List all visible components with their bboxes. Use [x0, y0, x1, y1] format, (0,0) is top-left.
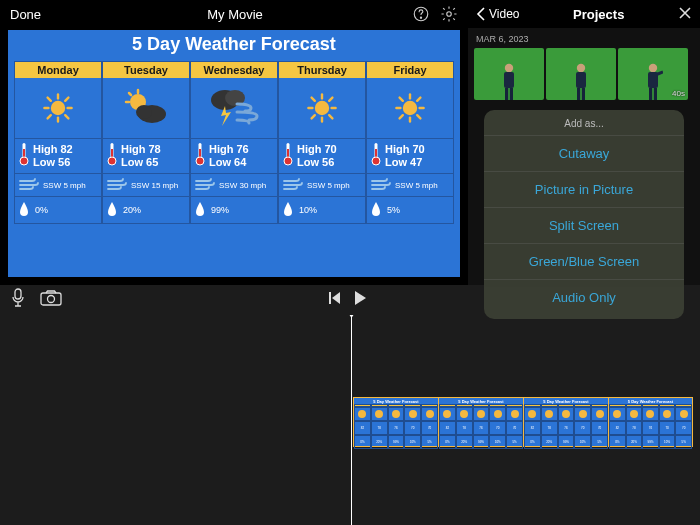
- svg-rect-74: [329, 292, 331, 304]
- add-option[interactable]: Cutaway: [484, 135, 684, 171]
- temp-text: High 78Low 65: [121, 143, 161, 168]
- svg-rect-59: [504, 72, 514, 88]
- add-option[interactable]: Split Screen: [484, 207, 684, 243]
- wind-text: SSW 5 mph: [43, 181, 86, 190]
- svg-rect-61: [510, 88, 513, 100]
- media-thumb[interactable]: [546, 48, 616, 100]
- playhead[interactable]: [351, 315, 352, 525]
- weather-icon: [279, 78, 365, 138]
- svg-rect-71: [15, 289, 21, 299]
- svg-point-83: [494, 410, 502, 418]
- wind-icon: [195, 177, 215, 193]
- precip-text: 20%: [123, 205, 141, 215]
- thermometer-icon: [371, 142, 381, 170]
- add-option[interactable]: Green/Blue Screen: [484, 243, 684, 279]
- day-column: Wednesday High 76Low 64 SSW 30 mph 99%: [190, 61, 278, 224]
- day-name: Thursday: [279, 62, 365, 78]
- drop-icon: [283, 202, 293, 218]
- day-name: Tuesday: [103, 62, 189, 78]
- drop-icon: [371, 202, 381, 218]
- svg-line-19: [129, 93, 131, 95]
- wind-icon: [371, 177, 391, 193]
- camera-icon[interactable]: [40, 290, 62, 310]
- thermometer-icon: [283, 142, 293, 170]
- svg-rect-64: [577, 88, 580, 100]
- temp-text: High 76Low 64: [209, 143, 249, 168]
- svg-rect-60: [505, 88, 508, 100]
- drop-icon: [107, 202, 117, 218]
- svg-rect-68: [648, 72, 658, 88]
- media-thumb[interactable]: 40s: [618, 48, 688, 100]
- svg-point-76: [375, 410, 383, 418]
- svg-point-58: [505, 64, 513, 72]
- weather-icon: [191, 78, 277, 138]
- timeline-clip[interactable]: 5 Day Weather Forecast82787670700%20%99%…: [608, 397, 693, 447]
- svg-line-11: [65, 98, 68, 101]
- chevron-left-icon: [476, 7, 486, 21]
- mic-icon[interactable]: [10, 288, 26, 312]
- popup-title: Add as...: [484, 118, 684, 135]
- timeline-clip[interactable]: 5 Day Weather Forecast82787670700%20%99%…: [438, 397, 523, 447]
- add-option[interactable]: Picture in Picture: [484, 171, 684, 207]
- svg-point-89: [596, 410, 604, 418]
- svg-point-3: [51, 101, 65, 115]
- svg-point-88: [579, 410, 587, 418]
- drop-icon: [19, 202, 29, 218]
- prev-icon[interactable]: [328, 291, 342, 309]
- precip-text: 10%: [299, 205, 317, 215]
- day-column: Friday High 70Low 47 SSW 5 mph 5%: [366, 61, 454, 224]
- back-button[interactable]: Video: [476, 7, 519, 21]
- editor-header: Done My Movie: [0, 0, 468, 28]
- media-thumb[interactable]: [474, 48, 544, 100]
- weather-icon: [15, 78, 101, 138]
- temp-text: High 70Low 47: [385, 143, 425, 168]
- thermometer-icon: [19, 142, 29, 170]
- svg-point-67: [649, 64, 657, 72]
- svg-point-87: [562, 410, 570, 418]
- svg-point-75: [358, 410, 366, 418]
- svg-line-37: [312, 98, 315, 101]
- svg-line-8: [48, 98, 51, 101]
- date-header: MAR 6, 2023: [468, 28, 700, 48]
- forecast-title: 5 Day Weather Forecast: [8, 30, 460, 61]
- media-thumbnails: 40s: [468, 48, 700, 100]
- svg-line-53: [417, 98, 420, 101]
- temp-text: High 70Low 56: [297, 143, 337, 168]
- svg-point-94: [680, 410, 688, 418]
- wind-text: SSW 5 mph: [395, 181, 438, 190]
- day-column: Thursday High 70Low 56 SSW 5 mph 10%: [278, 61, 366, 224]
- svg-rect-63: [576, 72, 586, 88]
- svg-point-91: [630, 410, 638, 418]
- day-name: Monday: [15, 62, 101, 78]
- drop-icon: [195, 202, 205, 218]
- timeline-clip[interactable]: 5 Day Weather Forecast82787670700%20%99%…: [523, 397, 608, 447]
- wind-icon: [283, 177, 303, 193]
- svg-point-32: [315, 101, 329, 115]
- timeline[interactable]: 5 Day Weather Forecast82787670700%20%99%…: [0, 315, 700, 525]
- svg-line-38: [329, 115, 332, 118]
- svg-point-21: [136, 105, 152, 119]
- project-title: My Movie: [0, 7, 470, 22]
- svg-point-82: [477, 410, 485, 418]
- weather-icon: [367, 78, 453, 138]
- temp-text: High 82Low 56: [33, 143, 73, 168]
- svg-line-51: [417, 115, 420, 118]
- svg-line-9: [65, 115, 68, 118]
- close-icon[interactable]: [678, 6, 692, 23]
- svg-line-10: [48, 115, 51, 118]
- clip-duration: 40s: [672, 89, 685, 98]
- svg-rect-70: [654, 88, 657, 100]
- wind-icon: [107, 177, 127, 193]
- svg-line-39: [312, 115, 315, 118]
- wind-icon: [19, 177, 39, 193]
- timeline-clip[interactable]: 5 Day Weather Forecast82787670700%20%99%…: [353, 397, 438, 447]
- thermometer-icon: [107, 142, 117, 170]
- svg-line-40: [329, 98, 332, 101]
- preview-pane: 5 Day Weather Forecast Monday High 82Low…: [0, 28, 468, 285]
- precip-text: 0%: [35, 205, 48, 215]
- precip-text: 99%: [211, 205, 229, 215]
- svg-point-45: [403, 101, 417, 115]
- wind-text: SSW 30 mph: [219, 181, 266, 190]
- svg-point-77: [392, 410, 400, 418]
- play-icon[interactable]: [352, 290, 368, 310]
